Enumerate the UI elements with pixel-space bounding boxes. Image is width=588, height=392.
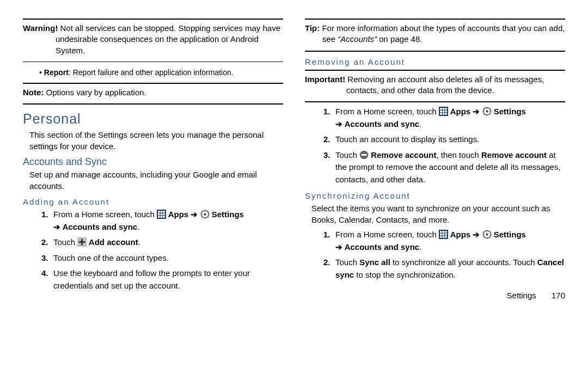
sync-step-2: Touch Sync all to synchronize all your a… (323, 256, 565, 281)
adding-step-2: Touch Add account. (41, 236, 283, 249)
heading-removing-account: Removing an Account (305, 57, 565, 66)
minus-icon (359, 150, 369, 160)
sync-steps: From a Home screen, touch Apps ➔ Setting… (305, 229, 565, 281)
tip-callout: Tip: For more information about the type… (305, 23, 565, 45)
note-label: Note: (23, 88, 44, 97)
personal-intro: This section of the Settings screen lets… (29, 129, 283, 152)
warning-text: Not all services can be stopped. Stoppin… (56, 23, 280, 55)
adding-steps: From a Home screen, touch Apps ➔ Setting… (23, 209, 283, 292)
apps-icon (439, 230, 448, 239)
accounts-intro: Set up and manage accounts, including yo… (29, 169, 283, 192)
report-bullet: Report: Report failure and other applica… (39, 68, 283, 77)
report-text: : Report failure and other application i… (69, 68, 234, 77)
note-text: Options vary by application. (44, 88, 146, 97)
heading-accounts-sync: Accounts and Sync (23, 156, 283, 168)
note-callout: Note: Options vary by application. (23, 87, 283, 98)
removing-step-2: Touch an account to display its settings… (323, 133, 565, 146)
warning-label: Warning! (23, 23, 58, 33)
sync-step-1: From a Home screen, touch Apps ➔ Setting… (323, 229, 565, 253)
gear-icon (482, 230, 492, 239)
right-column: Tip: For more information about the type… (305, 15, 565, 300)
gear-icon (200, 210, 210, 219)
adding-step-4: Use the keyboard and follow the prompts … (41, 267, 283, 292)
tip-label: Tip: (305, 23, 320, 33)
gear-icon (482, 107, 492, 116)
adding-step-3: Touch one of the account types. (41, 252, 283, 265)
important-label: Important! (305, 75, 345, 84)
apps-icon (439, 107, 448, 116)
adding-step-1: From a Home screen, touch Apps ➔ Setting… (41, 209, 283, 233)
report-label: Report (44, 68, 69, 77)
removing-steps: From a Home screen, touch Apps ➔ Setting… (305, 106, 565, 186)
heading-personal: Personal (23, 111, 283, 127)
heading-adding-account: Adding an Account (23, 197, 283, 206)
sync-intro: Select the items you want to synchronize… (311, 203, 565, 225)
important-callout: Important! Removing an account also dele… (305, 74, 565, 96)
apps-icon (157, 210, 166, 219)
removing-step-3: Touch Remove account, then touch Remove … (323, 149, 565, 186)
footer-section: Settings (507, 291, 536, 300)
page-columns: Warning! Not all services can be stopped… (23, 15, 565, 300)
page-footer: Settings 170 (305, 291, 565, 300)
left-column: Warning! Not all services can be stopped… (23, 15, 283, 300)
heading-synchronizing: Synchronizing Account (305, 191, 565, 200)
warning-callout: Warning! Not all services can be stopped… (23, 23, 283, 56)
footer-page-number: 170 (552, 291, 565, 300)
removing-step-1: From a Home screen, touch Apps ➔ Setting… (323, 106, 565, 130)
plus-icon (77, 237, 87, 247)
